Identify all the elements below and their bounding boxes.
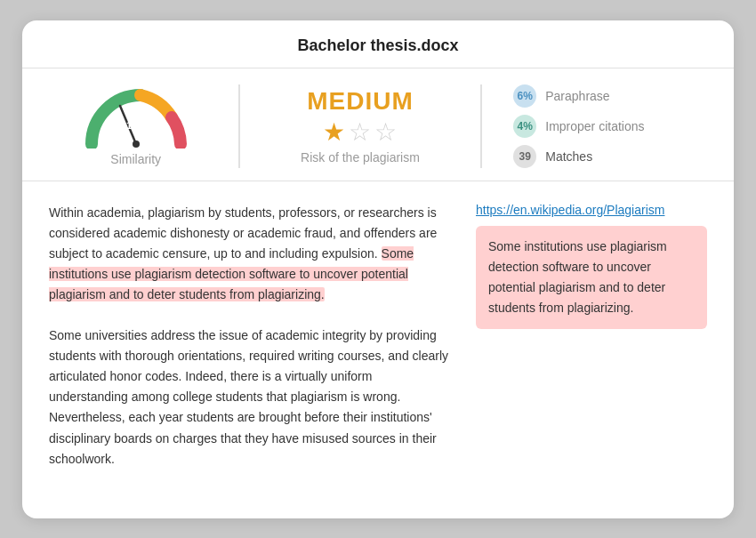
citations-value: 4% [518,120,533,132]
stat-paraphrase: 6% Paraphrase [513,84,691,108]
para2-text: Some universities address the issue of a… [49,328,448,466]
matches-value: 39 [519,150,531,163]
title-text: Bachelor thesis.docx [297,36,458,54]
content-row: Within academia, plagiarism by students,… [22,181,734,491]
matches-label: Matches [545,149,592,164]
citations-label: Improper citations [545,119,644,133]
content-right: https://en.wikipedia.org/Plagiarism Some… [476,203,707,470]
metrics-row: 14% Similarity MEDIUM ★ ☆ ☆ Risk of the … [22,68,734,181]
paraphrase-badge: 6% [513,84,536,108]
svg-point-1 [133,141,140,148]
match-box: Some institutions use plagiarism detecti… [476,226,707,329]
divider-1 [238,84,240,168]
stat-matches: 39 Matches [513,145,691,168]
paragraph-2: Some universities address the issue of a… [49,325,449,470]
star-2: ☆ [349,117,371,147]
risk-label-text: Risk of the plagiarism [301,150,420,165]
star-1: ★ [323,117,345,147]
stats-section: 6% Paraphrase 4% Improper citations 39 M… [513,84,691,168]
stat-citations: 4% Improper citations [513,115,691,138]
matches-badge: 39 [513,145,536,168]
divider-2 [480,84,482,168]
paraphrase-label: Paraphrase [545,89,609,103]
risk-section: MEDIUM ★ ☆ ☆ Risk of the plagiarism [271,87,449,165]
paraphrase-value: 6% [518,90,533,102]
svg-text:14%: 14% [126,120,146,131]
star-3: ☆ [374,117,397,147]
citations-badge: 4% [513,115,536,138]
similarity-label: Similarity [110,152,161,166]
similarity-gauge: 14% Similarity [65,86,207,166]
match-text: Some institutions use plagiarism detecti… [488,239,667,315]
risk-level-text: MEDIUM [307,87,414,116]
star-rating: ★ ☆ ☆ [323,117,397,147]
gauge-svg: 14% [83,86,189,149]
main-card: Bachelor thesis.docx 14% Similarity [22,20,734,518]
content-left: Within academia, plagiarism by students,… [49,203,449,470]
paragraph-1: Within academia, plagiarism by students,… [49,203,449,305]
source-link[interactable]: https://en.wikipedia.org/Plagiarism [476,203,707,217]
document-title: Bachelor thesis.docx [22,20,734,68]
para1-normal: Within academia, plagiarism by students,… [49,205,437,261]
